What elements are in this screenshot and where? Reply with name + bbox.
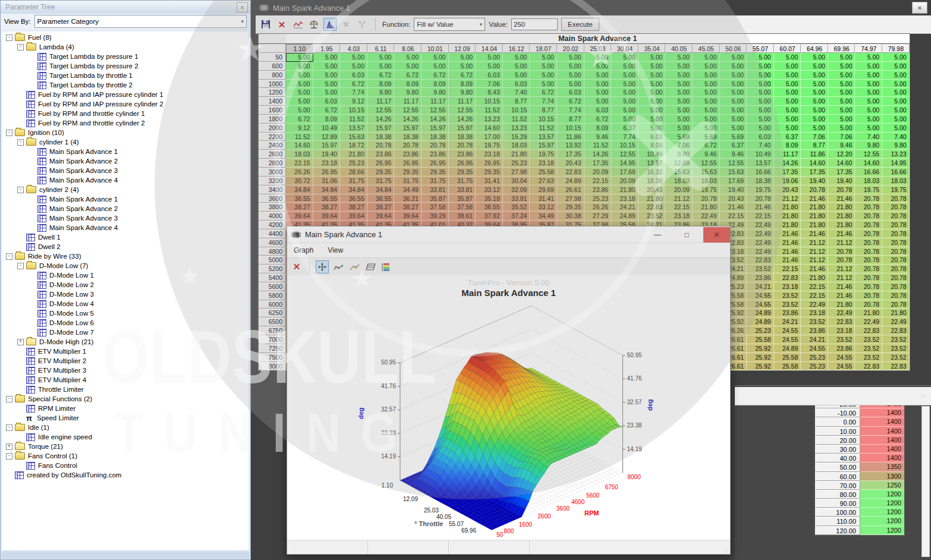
resize-grip-icon[interactable]: ∷ bbox=[723, 548, 730, 554]
table-cell[interactable]: 21.46 bbox=[747, 203, 774, 212]
table-cell[interactable]: 5.00 bbox=[286, 53, 313, 62]
table-cell[interactable]: 14.60 bbox=[286, 141, 313, 150]
table-cell[interactable]: 12.55 bbox=[422, 106, 449, 115]
table-cell[interactable]: 21.80 bbox=[774, 212, 801, 221]
table-cell[interactable]: 21.12 bbox=[828, 273, 855, 282]
execute-button[interactable]: Execute bbox=[561, 18, 599, 31]
view-by-dropdown[interactable]: Parameter Category ▾ bbox=[34, 15, 247, 28]
table-cell[interactable]: 5.00 bbox=[774, 80, 801, 89]
table-cell[interactable]: 21.46 bbox=[720, 203, 747, 212]
table-cell[interactable]: 24.55 bbox=[747, 291, 774, 300]
main-window-titlebar[interactable]: Main Spark Advance 1 ✕ bbox=[256, 0, 931, 15]
table-cell[interactable]: 6.03 bbox=[340, 71, 367, 80]
table-cell[interactable]: 9.80 bbox=[422, 88, 449, 97]
table-cell[interactable]: 6.72 bbox=[449, 71, 476, 80]
table-cell[interactable]: 5.00 bbox=[584, 80, 612, 89]
table-cell[interactable]: 5.00 bbox=[286, 71, 313, 80]
column-header[interactable]: 55.07 bbox=[747, 44, 774, 53]
row-header[interactable]: 2600 bbox=[259, 150, 286, 159]
table-cell[interactable]: 5.00 bbox=[665, 71, 693, 80]
table-cell[interactable]: 10.15 bbox=[611, 141, 639, 150]
table-cell[interactable]: 14.60 bbox=[828, 159, 855, 168]
table-cell[interactable]: 21.80 bbox=[828, 300, 855, 309]
table-cell[interactable]: 20.78 bbox=[855, 282, 882, 291]
table-cell[interactable]: 31.75 bbox=[394, 177, 422, 185]
tree-item-d-mode-low-6[interactable]: D-Mode Low 6 bbox=[2, 318, 249, 328]
table-cell[interactable]: 5.00 bbox=[693, 53, 720, 62]
table-cell[interactable]: 5.00 bbox=[693, 124, 720, 133]
tree-item-d-mode-high-21-[interactable]: +D-Mode High (21) bbox=[2, 337, 249, 347]
tree-item-speed-limiter[interactable]: πSpeed Limiter bbox=[2, 413, 249, 423]
table-cell[interactable]: 5.00 bbox=[665, 115, 693, 124]
table-cell[interactable]: 10.15 bbox=[530, 115, 557, 124]
table-cell[interactable]: 24.55 bbox=[747, 300, 774, 309]
table-cell[interactable]: 21.80 bbox=[828, 221, 855, 229]
table-cell[interactable]: 12.55 bbox=[449, 106, 476, 115]
table-cell[interactable]: 5.00 bbox=[747, 80, 774, 89]
table-cell[interactable]: 20.78 bbox=[882, 212, 910, 221]
table-cell[interactable]: 21.80 bbox=[828, 212, 855, 221]
table-cell[interactable]: 11.17 bbox=[774, 150, 801, 159]
table-cell[interactable]: 20.78 bbox=[855, 273, 882, 282]
fan-value-cell[interactable]: 1200 bbox=[860, 508, 904, 517]
table-cell[interactable]: 11.17 bbox=[394, 97, 422, 106]
row-header[interactable]: 3400 bbox=[259, 185, 286, 194]
table-cell[interactable]: 5.00 bbox=[774, 62, 801, 71]
table-cell[interactable]: 20.78 bbox=[828, 247, 855, 256]
table-cell[interactable]: 17.00 bbox=[476, 133, 503, 141]
save-icon[interactable] bbox=[259, 18, 272, 31]
tree-item-cylinder-1-4-[interactable]: -cylinder 1 (4) bbox=[2, 137, 249, 147]
table-cell[interactable]: 8.09 bbox=[313, 115, 341, 124]
table-cell[interactable]: 20.78 bbox=[855, 194, 882, 203]
table-cell[interactable]: 7.06 bbox=[665, 141, 693, 150]
table-cell[interactable]: 20.78 bbox=[747, 194, 774, 203]
table-cell[interactable]: 5.00 bbox=[611, 53, 639, 62]
fan-row-header[interactable]: 100.00 bbox=[815, 508, 860, 517]
table-cell[interactable]: 21.46 bbox=[774, 229, 801, 238]
tree-item-created-by-oldskulltuning-com[interactable]: created by OldSkullTuning.com bbox=[2, 470, 249, 480]
table-cell[interactable]: 22.15 bbox=[801, 282, 828, 291]
column-header[interactable]: 16.12 bbox=[503, 44, 530, 53]
table-cell[interactable]: 20.78 bbox=[422, 141, 449, 150]
table-cell[interactable]: 25.23 bbox=[340, 159, 367, 168]
table-cell[interactable]: 10.49 bbox=[313, 124, 341, 133]
table-cell[interactable]: 7.74 bbox=[611, 133, 639, 141]
table-cell[interactable]: 20.78 bbox=[882, 194, 910, 203]
table-cell[interactable]: 23.86 bbox=[584, 185, 612, 194]
table-cell[interactable]: 20.43 bbox=[639, 185, 666, 194]
row-header[interactable]: 2800 bbox=[259, 159, 286, 168]
tree-item-fuel-by-rpm-and-throttle-cylinder-2[interactable]: Fuel by RPM and throttle cylinder 2 bbox=[2, 118, 249, 128]
tree-item-etv-multiplier-3[interactable]: ETV Multiplier 3 bbox=[2, 366, 249, 375]
table-cell[interactable]: 8.09 bbox=[394, 80, 422, 89]
table-cell[interactable]: 36.21 bbox=[394, 194, 422, 203]
table-cell[interactable]: 25.58 bbox=[774, 353, 801, 362]
tree-item-torque-21-[interactable]: +Torque (21) bbox=[2, 442, 249, 451]
fan-value-cell[interactable]: 1400 bbox=[860, 417, 904, 426]
table-cell[interactable]: 20.78 bbox=[855, 238, 882, 247]
table-cell[interactable]: 23.52 bbox=[882, 344, 910, 353]
row-header[interactable]: 7000 bbox=[259, 335, 286, 344]
table-cell[interactable]: 36.55 bbox=[476, 203, 503, 212]
row-header[interactable]: 5200 bbox=[259, 265, 286, 273]
table-cell[interactable]: 5.00 bbox=[313, 53, 341, 62]
table-cell[interactable]: 5.00 bbox=[882, 115, 910, 124]
table-cell[interactable]: 16.66 bbox=[882, 168, 910, 177]
table-cell[interactable]: 20.78 bbox=[882, 273, 910, 282]
table-cell[interactable]: 5.00 bbox=[639, 80, 666, 89]
table-cell[interactable]: 7.06 bbox=[801, 133, 828, 141]
table-cell[interactable]: 5.00 bbox=[882, 62, 910, 71]
table-cell[interactable]: 20.78 bbox=[855, 212, 882, 221]
table-cell[interactable]: 7.74 bbox=[530, 97, 557, 106]
row-header[interactable]: 3200 bbox=[259, 177, 286, 185]
table-cell[interactable]: 20.78 bbox=[828, 185, 855, 194]
scrollbar[interactable] bbox=[921, 406, 930, 557]
table-cell[interactable]: 23.18 bbox=[611, 194, 639, 203]
table-cell[interactable]: 35.18 bbox=[476, 194, 503, 203]
table-cell[interactable]: 30.72 bbox=[286, 177, 313, 185]
table-cell[interactable]: 6.03 bbox=[476, 71, 503, 80]
table-cell[interactable]: 5.00 bbox=[584, 88, 612, 97]
table-cell[interactable]: 5.00 bbox=[530, 80, 557, 89]
table-cell[interactable]: 5.00 bbox=[747, 71, 774, 80]
table-cell[interactable]: 8.09 bbox=[639, 141, 666, 150]
table-cell[interactable]: 17.35 bbox=[801, 168, 828, 177]
